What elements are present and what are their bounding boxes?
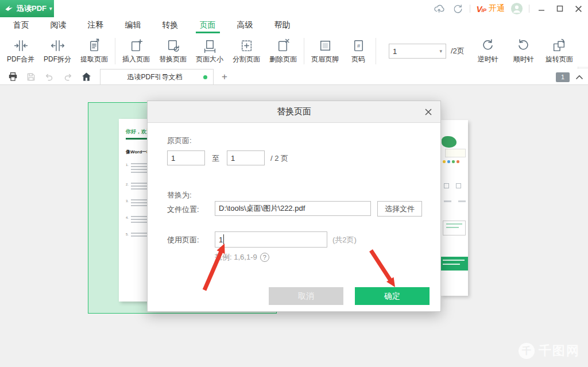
rotate-ccw-button[interactable]: 逆时针	[470, 36, 506, 67]
split-page-icon	[239, 38, 254, 53]
cloud-upload-icon[interactable]	[433, 2, 446, 15]
vip-icon: VIP	[476, 4, 486, 14]
example-label: 范例: 1,6,1-9	[215, 252, 257, 262]
avatar[interactable]	[510, 2, 523, 15]
app-logo-menu[interactable]: 迅读PDF ▾	[0, 0, 54, 17]
chevron-down-icon: ▾	[49, 6, 52, 11]
titlebar: 迅读PDF ▾ VIP 开通	[0, 0, 588, 17]
app-logo-text: 迅读PDF	[17, 3, 47, 14]
page2-graphic	[444, 183, 461, 188]
save-button[interactable]	[25, 71, 37, 83]
page-size-icon	[203, 38, 217, 53]
delete-page-button[interactable]: 删除页面	[265, 36, 301, 67]
page-toolbar: PDF合并 PDF拆分 提取页面 插入页面 替换页面	[0, 33, 588, 69]
rotate-ccw-icon	[481, 38, 495, 53]
rotate-page-icon	[552, 38, 566, 53]
page2-graphic	[442, 136, 457, 148]
menu-advanced[interactable]: 高级	[226, 17, 264, 33]
header-footer-icon	[318, 38, 332, 53]
menu-help[interactable]: 帮助	[264, 17, 301, 33]
pdf-page-2[interactable]	[440, 120, 468, 296]
redo-button[interactable]	[62, 71, 74, 83]
vip-open-label: 开通	[489, 3, 505, 14]
document-tab[interactable]: 迅读PDF引导文档	[100, 69, 214, 84]
new-tab-button[interactable]: +	[222, 71, 227, 83]
menu-read[interactable]: 阅读	[40, 17, 77, 33]
maximize-button[interactable]	[554, 2, 566, 15]
confirm-button[interactable]: 确定	[355, 287, 430, 305]
quick-access-bar: 迅读PDF引导文档 + 1	[0, 69, 588, 85]
divider	[470, 5, 470, 13]
page2-graphic	[445, 149, 466, 157]
file-path-input[interactable]	[215, 201, 371, 216]
dialog-close-button[interactable]	[423, 107, 434, 117]
delete-page-icon	[276, 38, 291, 53]
pdf-split-button[interactable]: PDF拆分	[39, 36, 76, 67]
minimize-button[interactable]	[535, 2, 548, 15]
insert-page-button[interactable]: 插入页面	[118, 36, 154, 67]
header-footer-button[interactable]: 页眉页脚	[307, 36, 343, 67]
from-page-input[interactable]	[167, 150, 205, 165]
menu-convert[interactable]: 转换	[152, 17, 189, 33]
svg-text:#: #	[357, 43, 360, 48]
ribbon-menu: 首页 阅读 注释 编辑 转换 页面 高级 帮助	[0, 17, 588, 33]
source-pages-label: 原页面:	[167, 136, 192, 146]
rotate-cw-icon	[516, 38, 531, 53]
replace-page-dialog: 替换页面 原页面: 至 / 2 页 替换为: 文件位置: 选择文件 使用页面: …	[147, 101, 441, 312]
dialog-title: 替换页面	[277, 106, 311, 117]
dialog-body: 原页面: 至 / 2 页 替换为: 文件位置: 选择文件 使用页面: (共2页)…	[148, 123, 440, 312]
page2-graphic	[444, 199, 466, 202]
rotate-cw-button[interactable]: 顺时针	[506, 36, 541, 67]
page2-banner	[440, 257, 468, 271]
watermark-text: 千图网	[539, 342, 580, 360]
replace-page-icon	[166, 38, 180, 53]
app-window: 迅读PDF ▾ VIP 开通	[0, 0, 588, 367]
split-page-button[interactable]: 分割页面	[228, 36, 265, 67]
vip-upgrade-button[interactable]: VIP 开通	[476, 3, 505, 14]
total-pages-label: / 2 页	[270, 153, 288, 164]
share-export-icon[interactable]	[451, 2, 464, 15]
page2-graphic	[443, 160, 459, 163]
chevron-down-icon[interactable]: ▾	[439, 48, 442, 54]
page-number-icon: #	[351, 38, 366, 53]
dialog-titlebar[interactable]: 替换页面	[148, 101, 440, 123]
menu-edit[interactable]: 编辑	[114, 17, 152, 33]
use-pages-label: 使用页面:	[167, 235, 199, 245]
cancel-button[interactable]: 取消	[269, 287, 343, 305]
file-location-label: 文件位置:	[167, 204, 199, 215]
help-icon[interactable]: ?	[260, 253, 269, 262]
watermark-logo-icon: 千	[519, 343, 535, 359]
use-pages-total-label: (共2页)	[332, 235, 357, 245]
menu-annotate[interactable]: 注释	[77, 17, 114, 33]
page-selector[interactable]: ▾	[389, 44, 446, 59]
text-caret	[223, 234, 224, 244]
print-button[interactable]	[7, 71, 18, 83]
pdf-merge-button[interactable]: PDF合并	[2, 36, 39, 67]
document-tab-title: 迅读PDF引导文档	[106, 72, 203, 82]
home-button[interactable]	[80, 71, 92, 83]
to-page-input[interactable]	[227, 150, 265, 165]
page-total-label: /2页	[451, 46, 465, 56]
extract-page-button[interactable]: 提取页面	[76, 36, 113, 67]
replace-with-label: 替换为:	[167, 190, 192, 200]
divider	[529, 5, 529, 13]
close-button[interactable]	[572, 2, 585, 15]
pdf-merge-icon	[14, 38, 28, 53]
rotate-page-button[interactable]: 旋转页面	[541, 36, 577, 67]
use-pages-input[interactable]	[215, 231, 327, 248]
choose-file-button[interactable]: 选择文件	[377, 201, 422, 217]
collapse-toolbar-button[interactable]	[575, 72, 583, 82]
divider	[115, 38, 115, 64]
current-page-badge: 1	[556, 72, 570, 82]
menu-home[interactable]: 首页	[2, 17, 40, 33]
page2-graphic	[443, 221, 466, 235]
page-size-button[interactable]: 页面大小	[191, 36, 228, 67]
menu-page-active[interactable]: 页面	[189, 17, 226, 33]
page-selector-input[interactable]	[393, 47, 439, 56]
replace-page-button[interactable]: 替换页面	[154, 36, 191, 67]
divider	[376, 38, 376, 64]
document-canvas: 你好，欢迎使用 像Word一样编辑PDF 1. 2. 3. 4. 5.	[0, 85, 588, 367]
page-number-button[interactable]: # 页码	[343, 36, 373, 67]
divider	[304, 38, 304, 64]
undo-button[interactable]	[44, 71, 55, 83]
